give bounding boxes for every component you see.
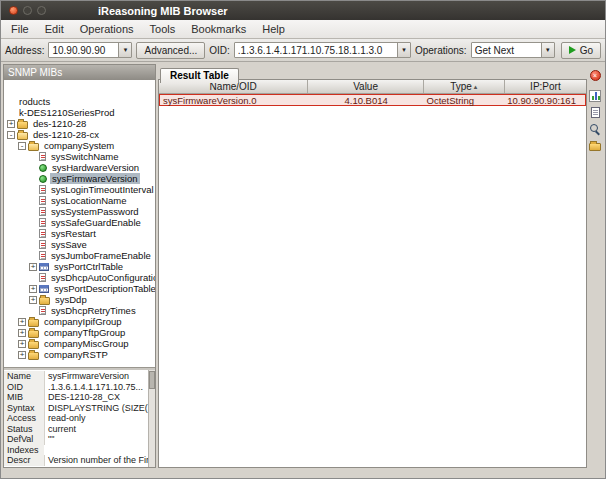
tree-item-label: sysPortCtrlTable: [52, 261, 125, 272]
tree-item-label: companyMiscGroup: [42, 338, 130, 349]
menu-help[interactable]: Help: [254, 22, 293, 36]
expand-icon[interactable]: +: [29, 285, 37, 293]
tree-item-label: sysDdp: [53, 294, 89, 305]
tree-item-sysPortCtrlTable[interactable]: +sysPortCtrlTable: [4, 261, 155, 272]
column-header-ip-port[interactable]: IP:Port: [505, 80, 586, 93]
tree-item-sysDdp[interactable]: +sysDdp: [4, 294, 155, 305]
property-row-Syntax: SyntaxDISPLAYSTRING (SIZE(1...: [4, 403, 148, 414]
column-label: Value: [353, 81, 378, 92]
tree-item-sysHardwareVersion[interactable]: sysHardwareVersion: [4, 162, 155, 173]
oid-combo[interactable]: .1.3.6.1.4.1.171.10.75.18.1.1.3.0 ▾: [234, 42, 411, 58]
tree-item-label: sysDhcpRetryTimes: [49, 305, 138, 316]
doc-icon: [39, 251, 46, 260]
tree-item-sysLocationName[interactable]: sysLocationName: [4, 195, 155, 206]
tree-item-companyIpifGroup[interactable]: +companyIpifGroup: [4, 316, 155, 327]
maximize-icon[interactable]: [37, 6, 46, 15]
address-label: Address:: [5, 45, 44, 56]
folder-icon: [28, 330, 39, 338]
column-header-type[interactable]: Type ▴: [424, 80, 505, 93]
tree-item-sysDhcpRetryTimes[interactable]: sysDhcpRetryTimes: [4, 305, 155, 316]
advanced-button[interactable]: Advanced...: [136, 42, 205, 59]
tree-item-companyTftpGroup[interactable]: +companyTftpGroup: [4, 327, 155, 338]
cell-name-oid: sysFirmwareVersion.0: [160, 95, 309, 106]
close-icon[interactable]: [9, 6, 18, 15]
tree-item-roducts[interactable]: roducts: [4, 96, 155, 107]
minimize-icon[interactable]: [23, 6, 32, 15]
tree-item-sysSystemPassword[interactable]: sysSystemPassword: [4, 206, 155, 217]
tree-item-label: des-1210-28-cx: [31, 129, 101, 140]
column-label: IP:Port: [530, 81, 561, 92]
menu-bookmarks[interactable]: Bookmarks: [183, 22, 254, 36]
address-combo[interactable]: 10.90.90.90 ▾: [48, 42, 132, 58]
oid-dropdown-icon[interactable]: ▾: [397, 43, 410, 57]
tree-item-sysSafeGuardEnable[interactable]: sysSafeGuardEnable: [4, 217, 155, 228]
expand-icon[interactable]: +: [29, 263, 37, 271]
sort-icon: ▴: [474, 83, 478, 91]
tree-item-sysSave[interactable]: sysSave: [4, 239, 155, 250]
property-label: DefVal: [4, 434, 44, 445]
tree-item-sysRestart[interactable]: sysRestart: [4, 228, 155, 239]
properties-scrollbar[interactable]: [148, 370, 155, 467]
export-icon[interactable]: [591, 107, 600, 118]
statusbar: [1, 470, 605, 478]
open-folder-icon[interactable]: [589, 143, 601, 151]
tree-item-label: roducts: [17, 96, 52, 107]
property-row-DefVal: DefVal"": [4, 434, 148, 445]
tree-item-companyRSTP[interactable]: +companyRSTP: [4, 349, 155, 360]
folder-icon: [28, 352, 39, 360]
tree-item-label: sysDhcpAutoConfiguration: [49, 272, 155, 283]
operations-dropdown-icon[interactable]: ▾: [541, 43, 554, 57]
tree-item-label: sysJumboFrameEnable: [49, 250, 153, 261]
tree-item-sysFirmwareVersion[interactable]: sysFirmwareVersion: [4, 173, 155, 184]
tree-item-sysSwitchName[interactable]: sysSwitchName: [4, 151, 155, 162]
expand-icon[interactable]: +: [18, 318, 26, 326]
scrollbar-thumb[interactable]: [149, 371, 155, 389]
doc-icon: [39, 152, 46, 161]
menu-tools[interactable]: Tools: [142, 22, 184, 36]
menu-file[interactable]: File: [3, 22, 37, 36]
doc-icon: [39, 185, 46, 194]
operations-value[interactable]: Get Next: [472, 45, 541, 56]
tree-item-sysDhcpAutoConfiguration[interactable]: sysDhcpAutoConfiguration: [4, 272, 155, 283]
graph-icon[interactable]: [589, 90, 601, 102]
tree-item-sysJumboFrameEnable[interactable]: sysJumboFrameEnable: [4, 250, 155, 261]
oid-value[interactable]: .1.3.6.1.4.1.171.10.75.18.1.1.3.0: [235, 45, 397, 56]
operations-combo[interactable]: Get Next ▾: [471, 42, 555, 58]
address-value[interactable]: 10.90.90.90: [49, 45, 118, 56]
result-panel: Result Table Name/OID Value Type ▴: [158, 64, 603, 468]
tree-item-sysLoginTimeoutInterval[interactable]: sysLoginTimeoutInterval: [4, 184, 155, 195]
expand-icon[interactable]: +: [18, 329, 26, 337]
go-button[interactable]: Go: [561, 42, 601, 59]
collapse-icon[interactable]: -: [18, 142, 26, 150]
doc-icon: [39, 273, 46, 282]
address-dropdown-icon[interactable]: ▾: [118, 43, 131, 57]
tree-item-des-1210-28-cx[interactable]: -des-1210-28-cx: [4, 129, 155, 140]
result-row[interactable]: sysFirmwareVersion.0 4.10.B014 OctetStri…: [159, 94, 586, 106]
tree-item-companySystem[interactable]: -companySystem: [4, 140, 155, 151]
folder-open-icon: [17, 132, 28, 140]
expand-icon[interactable]: +: [7, 120, 15, 128]
folder-icon: [17, 121, 28, 129]
find-icon[interactable]: [589, 123, 601, 135]
expand-icon[interactable]: +: [18, 351, 26, 359]
tree-item-k-DES1210SeriesProd[interactable]: k-DES1210SeriesProd: [4, 107, 155, 118]
tab-result-table[interactable]: Result Table: [160, 68, 239, 83]
expand-icon[interactable]: +: [29, 296, 37, 304]
tree-item-companyMiscGroup[interactable]: +companyMiscGroup: [4, 338, 155, 349]
column-header-value[interactable]: Value: [308, 80, 423, 93]
tree-item-sysPortDescriptionTable[interactable]: +sysPortDescriptionTable: [4, 283, 155, 294]
property-label: Name: [4, 371, 44, 382]
clear-icon[interactable]: [590, 70, 601, 81]
expand-icon[interactable]: +: [18, 340, 26, 348]
titlebar[interactable]: iReasoning MIB Browser: [1, 1, 605, 20]
collapse-icon[interactable]: -: [7, 131, 15, 139]
doc-icon: [39, 306, 46, 315]
menu-edit[interactable]: Edit: [37, 22, 72, 36]
tree-item-label: companyIpifGroup: [42, 316, 124, 327]
result-table: Name/OID Value Type ▴ IP:Port: [158, 79, 587, 468]
tree-item-label: sysLocationName: [49, 195, 129, 206]
menu-operations[interactable]: Operations: [72, 22, 142, 36]
property-value: DISPLAYSTRING (SIZE(1...: [44, 403, 148, 414]
tree-item-label: sysSwitchName: [49, 151, 121, 162]
tree-item-des-1210-28[interactable]: +des-1210-28: [4, 118, 155, 129]
